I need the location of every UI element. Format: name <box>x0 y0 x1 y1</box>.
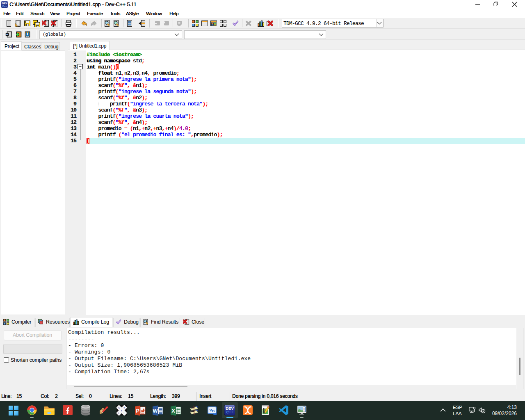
svg-text:C++: C++ <box>2 5 7 7</box>
svg-text:X: X <box>171 408 175 414</box>
svg-text:C++: C++ <box>226 410 233 414</box>
svg-text:P: P <box>136 408 139 414</box>
svg-text:e: e <box>121 409 122 412</box>
svg-text:W: W <box>153 408 158 414</box>
svg-text:G: G <box>119 406 120 409</box>
svg-text:DEV: DEV <box>226 406 234 411</box>
svg-text:DEV: DEV <box>2 2 7 5</box>
svg-text:N: N <box>124 406 126 409</box>
svg-text:B: B <box>212 409 215 413</box>
